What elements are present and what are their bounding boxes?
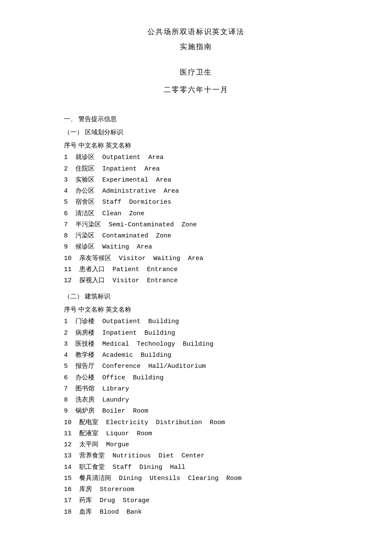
list-item: 5 报告厅 Conference Hall/Auditorium bbox=[64, 361, 328, 372]
list-item: 14 职工食堂 Staff Dining Hall bbox=[64, 462, 328, 473]
title-section: 公共场所双语标识英文译法 实施指南 医疗卫生 二零零六年十一月 bbox=[64, 26, 328, 96]
section2-column-header: 序号 中文名称 英文名称 bbox=[64, 304, 328, 315]
list-item: 4 办公区 Administrative Area bbox=[64, 186, 328, 197]
list-item: 12 探视入口 Visitor Entrance bbox=[64, 275, 328, 286]
section1: 一、 警告提示信息 （一） 区域划分标识 序号 中文名称 英文名称 1 就诊区 … bbox=[64, 113, 328, 286]
list-item: 6 办公楼 Office Building bbox=[64, 373, 328, 384]
category-title: 医疗卫生 bbox=[64, 66, 328, 79]
section1-column-header: 序号 中文名称 英文名称 bbox=[64, 140, 328, 151]
main-title: 公共场所双语标识英文译法 bbox=[64, 26, 328, 39]
list-item: 13 营养食堂 Nutritious Diet Center bbox=[64, 451, 328, 462]
date-title: 二零零六年十一月 bbox=[64, 84, 328, 97]
section1-sub-heading: （一） 区域划分标识 bbox=[64, 127, 328, 138]
list-item: 10 亲友等候区 Visitor Waiting Area bbox=[64, 253, 328, 264]
list-item: 5 宿舍区 Staff Dormitories bbox=[64, 197, 328, 208]
list-item: 8 污染区 Contaminated Zone bbox=[64, 231, 328, 242]
list-item: 18 血库 Blood Bank bbox=[64, 507, 328, 518]
list-item: 15 餐具清洁间 Dining Utensils Clearing Room bbox=[64, 473, 328, 484]
list-item: 6 清洁区 Clean Zone bbox=[64, 208, 328, 220]
list-item: 11 患者入口 Patient Entrance bbox=[64, 264, 328, 275]
list-item: 3 实验区 Experimental Area bbox=[64, 175, 328, 186]
list-item: 17 药库 Drug Storage bbox=[64, 495, 328, 506]
section2: （二） 建筑标识 序号 中文名称 英文名称 1 门诊楼 Outpatient B… bbox=[64, 291, 328, 518]
list-item: 9 候诊区 Waiting Area bbox=[64, 242, 328, 253]
list-item: 9 锅炉房 Boiler Room bbox=[64, 406, 328, 417]
list-item: 16 库房 Storeroom bbox=[64, 484, 328, 495]
section1-heading: 一、 警告提示信息 bbox=[64, 113, 328, 125]
list-item: 3 医技楼 Medical Technology Building bbox=[64, 339, 328, 350]
list-item: 7 半污染区 Semi-Contaminated Zone bbox=[64, 220, 328, 231]
list-item: 7 图书馆 Library bbox=[64, 384, 328, 395]
list-item: 10 配电室 Electricity Distribution Room bbox=[64, 417, 328, 428]
list-item: 8 洗衣房 Laundry bbox=[64, 395, 328, 406]
list-item: 2 住院区 Inpatient Area bbox=[64, 164, 328, 175]
section1-items: 1 就诊区 Outpatient Area2 住院区 Inpatient Are… bbox=[64, 152, 328, 286]
section2-items: 1 门诊楼 Outpatient Building2 病房楼 Inpatient… bbox=[64, 316, 328, 518]
list-item: 11 配液室 Liquor Room bbox=[64, 428, 328, 439]
list-item: 1 就诊区 Outpatient Area bbox=[64, 152, 328, 163]
list-item: 4 教学楼 Academic Building bbox=[64, 350, 328, 361]
list-item: 12 太平间 Morgue bbox=[64, 439, 328, 451]
sub-title: 实施指南 bbox=[64, 40, 328, 54]
list-item: 2 病房楼 Inpatient Building bbox=[64, 328, 328, 339]
list-item: 1 门诊楼 Outpatient Building bbox=[64, 316, 328, 327]
section2-sub-heading: （二） 建筑标识 bbox=[64, 291, 328, 302]
